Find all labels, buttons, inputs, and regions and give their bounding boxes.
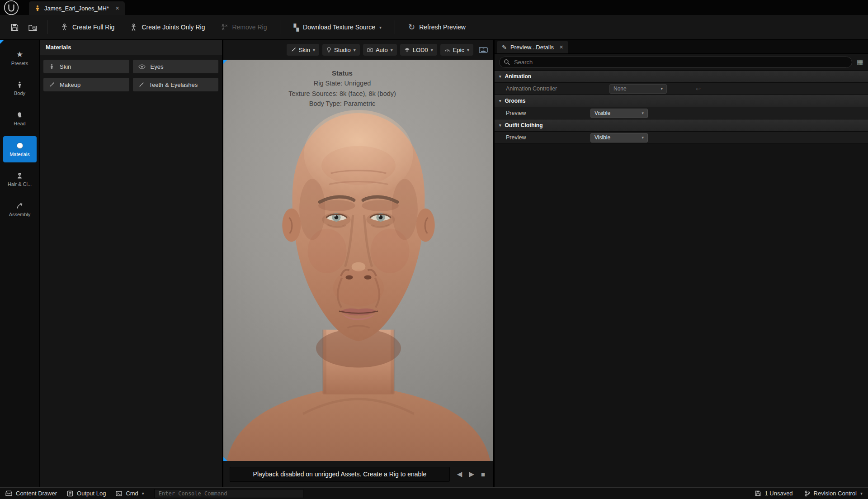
refresh-preview-button[interactable]: ↻ Refresh Preview [401,19,472,36]
materials-panel-header: Materials [40,40,222,55]
viewport-status-overlay: Status Rig State: Unrigged Texture Sourc… [274,68,410,109]
unsaved-changes-button[interactable]: 1 Unsaved [755,490,793,497]
chevron-down-icon: ▾ [499,74,501,79]
property-row-grooms-preview: Preview Visible ▾ [495,107,868,119]
status-texture-sources: Texture Sources: 8k (face), 8k (body) [274,89,410,99]
eye-icon [138,64,146,69]
playback-play-button[interactable]: ▶ [469,470,474,478]
section-header-animation[interactable]: ▾ Animation [495,71,868,83]
remove-rig-icon [220,24,228,31]
create-joints-only-rig-label: Create Joints Only Rig [142,24,205,31]
head-icon [16,112,23,119]
sidebar-item-presets[interactable]: ★ Presets [3,45,37,71]
material-sphere-icon [16,142,24,149]
sidebar-item-materials[interactable]: Materials [3,136,37,162]
sidebar-item-assembly[interactable]: Assembly [3,197,37,223]
preview-details-panel: ✎ Preview...Details ✕ ▦ [495,40,868,487]
material-button-eyes[interactable]: Eyes [133,60,219,73]
property-label: Preview [495,107,587,119]
chevron-down-icon: ▾ [431,48,433,52]
window-tab-bar: James_Earl_Jones_MH* ✕ [0,0,868,15]
viewport-3d-render-area[interactable]: Status Rig State: Unrigged Texture Sourc… [223,60,493,461]
active-panel-marker [223,60,227,64]
property-value-cell: Visible ▾ [587,132,868,143]
details-search-row: ▦ [495,54,868,71]
create-joints-only-rig-button[interactable]: Create Joints Only Rig [123,19,212,36]
property-label: Animation Controller [495,83,587,95]
viewport-lod-selector[interactable]: LOD0 ▾ [400,44,437,56]
view-options-grid-icon[interactable]: ▦ [857,58,863,66]
sidebar-item-hair-and-clothing[interactable]: Hair & Cl... [3,166,37,193]
section-header-outfit-clothing[interactable]: ▾ Outfit Clothing [495,119,868,132]
chevron-down-icon: ▾ [391,48,393,52]
animation-controller-dropdown[interactable]: None ▾ [609,84,667,94]
search-icon [504,59,510,65]
remove-rig-label: Remove Rig [232,24,267,31]
playback-stop-button[interactable]: ■ [481,470,485,478]
chevron-down-icon: ▾ [467,48,469,52]
toolbar-separator [47,20,47,34]
sidebar-item-head[interactable]: Head [3,106,37,132]
assembly-arrow-icon [16,203,23,209]
details-tab-row: ✎ Preview...Details ✕ [495,40,868,54]
asset-tab-label: James_Earl_Jones_MH* [44,5,109,12]
viewport-quality-epic[interactable]: Epic ▾ [440,44,473,56]
property-row-animation-controller: Animation Controller None ▾ ↩ [495,83,868,95]
console-icon [116,491,122,496]
bottom-status-bar: Content Drawer Output Log Cmd ▾ [0,487,868,499]
remove-rig-button[interactable]: Remove Rig [213,19,274,36]
viewport-mode-skin[interactable]: Skin ▾ [287,44,319,56]
material-button-makeup[interactable]: Makeup [43,78,129,91]
details-tab-close-icon[interactable]: ✕ [559,44,563,50]
asset-tab[interactable]: James_Earl_Jones_MH* ✕ [29,1,125,15]
brush-icon [49,82,55,88]
create-full-rig-label: Create Full Rig [72,24,114,31]
search-input[interactable] [499,57,852,68]
material-button-teeth-eyelashes[interactable]: Teeth & Eyelashes [133,78,219,91]
output-log-button[interactable]: Output Log [67,490,106,497]
grooms-preview-dropdown[interactable]: Visible ▾ [590,109,648,118]
revision-control-button[interactable]: Revision Control ▾ [805,490,863,497]
preview-details-tab[interactable]: ✎ Preview...Details ✕ [497,41,568,53]
viewport-lighting-studio[interactable]: Studio ▾ [322,44,360,56]
lightbulb-icon [326,47,331,53]
property-value-cell: None ▾ ↩ [587,83,868,95]
save-button[interactable] [6,19,23,35]
download-texture-source-label: Download Texture Source [303,24,375,31]
create-full-rig-button[interactable]: Create Full Rig [54,19,121,36]
texture-checker-icon: ▚ [293,24,299,31]
cmd-dropdown[interactable]: Cmd ▾ [116,490,144,497]
console-command-input[interactable] [154,489,303,498]
chevron-down-icon: ▾ [354,48,356,52]
preview-viewport-panel: Skin ▾ Studio ▾ [223,40,495,487]
unsaved-save-icon [755,490,761,496]
main-toolbar: Create Full Rig Create Joints Only Rig [0,15,868,40]
content-drawer-button[interactable]: Content Drawer [5,490,57,497]
output-log-icon [67,490,73,497]
active-panel-marker [0,40,4,44]
sidebar-item-body[interactable]: Body [3,76,37,102]
preview-details-tab-label: Preview...Details [510,44,554,51]
download-texture-source-button[interactable]: ▚ Download Texture Source ▾ [287,19,388,36]
viewport-playback-bar: Playback disabled on unrigged Assets. Cr… [223,461,493,487]
asset-tab-close-icon[interactable]: ✕ [115,5,119,11]
chevron-down-icon: ▾ [142,491,144,496]
star-icon: ★ [16,51,23,58]
playback-prev-button[interactable]: ◀ [457,470,462,478]
viewport-toolbar: Skin ▾ Studio ▾ [223,40,493,60]
metahuman-editor-window: James_Earl_Jones_MH* ✕ [0,0,868,499]
unreal-engine-logo[interactable] [4,0,19,15]
property-label: Preview [495,132,587,143]
main-content: ★ Presets Body Head [0,40,868,487]
section-header-grooms[interactable]: ▾ Grooms [495,95,868,107]
chevron-down-icon: ▾ [860,491,863,496]
outfit-preview-dropdown[interactable]: Visible ▾ [590,133,648,143]
reset-to-default-icon[interactable]: ↩ [696,86,701,92]
keyboard-shortcuts-icon[interactable] [479,47,488,53]
viewport-camera-auto[interactable]: Auto ▾ [363,44,397,56]
toolbar-separator [395,20,395,34]
browse-to-asset-button[interactable] [24,19,41,35]
chevron-down-icon: ▾ [379,25,382,30]
revision-control-icon [805,490,810,497]
material-button-skin[interactable]: Skin [43,60,129,73]
